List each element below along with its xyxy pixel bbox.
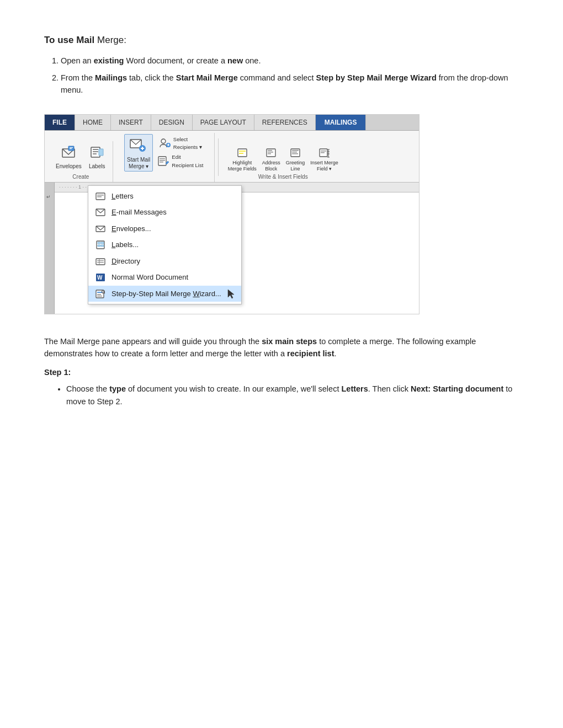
- svg-rect-12: [142, 147, 143, 150]
- menu-item-normal-word[interactable]: W Normal Word Document: [88, 269, 241, 286]
- step-1-label: Step 1:: [44, 367, 519, 379]
- envelopes-icon: [95, 224, 106, 234]
- svg-rect-41: [97, 195, 104, 196]
- svg-rect-33: [321, 151, 326, 152]
- btn-highlight-merge[interactable]: HighlightMerge Fields: [226, 146, 258, 173]
- step-2: From the Mailings tab, click the Start M…: [61, 72, 519, 97]
- word-icon: W: [95, 272, 106, 282]
- body-paragraph: The Mail Merge pane appears and will gui…: [44, 335, 519, 360]
- ribbon-content: Envelopes Labels C: [45, 131, 419, 183]
- btn-select-recipients[interactable]: SelectRecipients ▾: [155, 135, 205, 152]
- menu-item-email[interactable]: E-mail Messages: [88, 204, 241, 221]
- dropdown-area: ↵ · · · · · · · 1 · · · · · · · 2 · · · …: [45, 183, 419, 314]
- svg-rect-48: [98, 245, 100, 247]
- word-screenshot: FILE HOME INSERT DESIGN PAGE LAYOUT REFE…: [44, 114, 419, 314]
- svg-point-13: [161, 139, 166, 143]
- doc-left-margin: ↵: [45, 183, 55, 314]
- group-start-mail: Start MailMerge ▾: [115, 133, 215, 182]
- menu-item-wizard[interactable]: Step-by-Step Mail Merge Wizard...: [88, 286, 241, 302]
- svg-rect-16: [168, 143, 169, 146]
- svg-rect-27: [268, 153, 271, 154]
- menu-item-labels[interactable]: Labels...: [88, 237, 241, 253]
- svg-rect-51: [97, 260, 104, 261]
- step-1: Open an existing Word document, or creat…: [61, 55, 519, 67]
- svg-rect-46: [98, 242, 100, 244]
- menu-item-directory[interactable]: Directory: [88, 253, 241, 270]
- btn-envelopes[interactable]: Envelopes: [54, 142, 84, 172]
- tab-file[interactable]: FILE: [45, 115, 75, 130]
- svg-rect-19: [160, 160, 165, 161]
- svg-rect-22: [239, 151, 246, 152]
- svg-rect-50: [96, 259, 105, 265]
- margin-marker: ↵: [46, 194, 51, 201]
- svg-line-61: [104, 292, 105, 293]
- group-create: Envelopes Labels C: [49, 141, 113, 182]
- btn-edit-recipient-list[interactable]: EditRecipient List: [155, 153, 205, 170]
- menu-item-envelopes[interactable]: Envelopes...: [88, 221, 241, 237]
- svg-rect-59: [97, 296, 102, 297]
- btn-start-mail-merge[interactable]: Start MailMerge ▾: [124, 134, 153, 172]
- svg-rect-29: [292, 150, 299, 151]
- svg-rect-30: [292, 152, 297, 153]
- write-insert-label: Write & Insert Fields: [258, 173, 308, 181]
- tab-insert[interactable]: INSERT: [111, 115, 151, 130]
- btn-greeting-line[interactable]: GreetingLine: [284, 146, 307, 173]
- svg-rect-58: [97, 294, 101, 295]
- svg-rect-42: [97, 196, 102, 197]
- svg-rect-49: [101, 245, 104, 247]
- separator-1: [218, 138, 219, 176]
- create-label: Create: [72, 173, 89, 181]
- ribbon-tabs: FILE HOME INSERT DESIGN PAGE LAYOUT REFE…: [45, 115, 419, 131]
- svg-rect-26: [268, 152, 273, 153]
- svg-marker-62: [228, 290, 234, 298]
- step-1-bullets: Choose the type of document you wish to …: [66, 383, 519, 408]
- instruction-list: Open an existing Word document, or creat…: [61, 55, 519, 97]
- doc-main-area: · · · · · · · 1 · · · · · · · 2 · · · · …: [55, 183, 419, 314]
- tab-design[interactable]: DESIGN: [151, 115, 193, 130]
- tab-page-layout[interactable]: PAGE LAYOUT: [193, 115, 254, 130]
- tab-references[interactable]: REFERENCES: [254, 115, 316, 130]
- svg-rect-17: [158, 157, 166, 165]
- svg-rect-5: [93, 149, 98, 150]
- labels-icon: [95, 240, 106, 250]
- tab-home[interactable]: HOME: [75, 115, 111, 130]
- svg-rect-2: [70, 147, 73, 148]
- svg-rect-6: [93, 151, 98, 152]
- svg-rect-20: [160, 162, 163, 163]
- svg-rect-7: [93, 153, 97, 154]
- svg-rect-25: [268, 150, 272, 151]
- dropdown-menu: Letters E-mail Messages: [88, 185, 242, 305]
- email-icon: [95, 207, 106, 217]
- directory-icon: [95, 256, 106, 266]
- menu-item-letters[interactable]: Letters: [88, 188, 241, 205]
- btn-address-block[interactable]: AddressBlock: [261, 146, 282, 173]
- btn-insert-merge-field[interactable]: Insert MergeField ▾: [309, 146, 340, 173]
- cursor-arrow: [227, 288, 235, 299]
- start-mail-label: [164, 173, 166, 181]
- svg-text:W: W: [97, 275, 103, 281]
- step-1-bullet-1: Choose the type of document you wish to …: [66, 383, 519, 408]
- btn-labels[interactable]: Labels: [86, 142, 108, 172]
- svg-rect-8: [99, 149, 103, 156]
- svg-rect-23: [239, 153, 243, 154]
- letters-icon: [95, 191, 106, 201]
- svg-rect-3: [70, 148, 72, 149]
- group-write-insert: HighlightMerge Fields AddressBlock: [222, 143, 344, 182]
- page-title: To use Mail Merge:: [44, 33, 519, 47]
- wizard-icon: [95, 289, 106, 299]
- svg-rect-52: [97, 262, 104, 263]
- svg-rect-47: [101, 242, 104, 244]
- svg-rect-18: [160, 158, 165, 159]
- svg-rect-34: [321, 152, 325, 153]
- tab-mailings[interactable]: MAILINGS: [316, 115, 367, 130]
- svg-rect-31: [292, 153, 298, 154]
